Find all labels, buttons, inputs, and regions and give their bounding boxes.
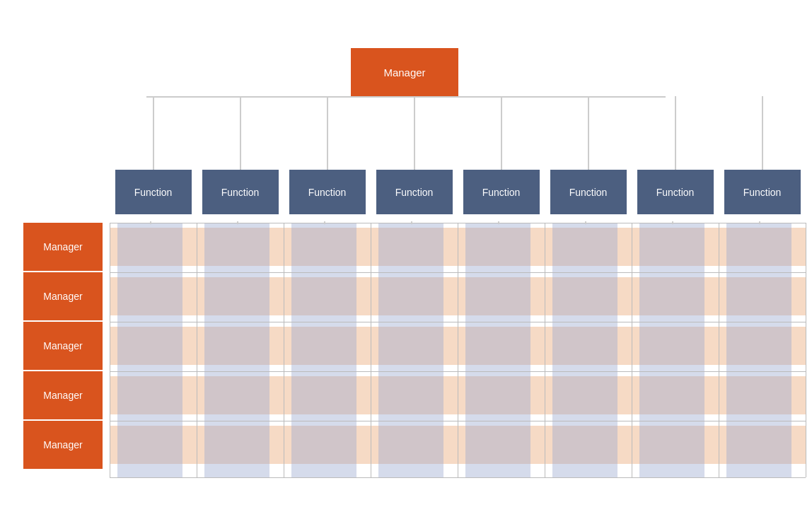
manager-label-1: Manager	[43, 241, 82, 252]
managers-column: Manager Manager Manager Manager Manager	[23, 223, 103, 470]
v-grid-6	[632, 223, 632, 477]
fn-connector-8	[759, 221, 760, 224]
fn-connector-1	[150, 221, 151, 224]
v-line-5	[501, 96, 502, 170]
fn-connector-2	[237, 221, 238, 224]
v-line-1	[153, 96, 154, 170]
function-col-7: Function	[632, 96, 719, 214]
v-stripe-4	[378, 223, 443, 477]
fn-connector-3	[324, 221, 325, 224]
function-box-8: Function	[724, 170, 801, 214]
manager-box-4: Manager	[23, 371, 103, 419]
v-line-2	[240, 96, 241, 170]
v-line-6	[588, 96, 589, 170]
v-grid-4	[458, 223, 458, 477]
fn-connector-7	[672, 221, 673, 224]
v-stripe-6	[552, 223, 617, 477]
function-col-4: Function	[371, 96, 458, 214]
function-label-8: Function	[743, 187, 782, 198]
v-stripe-2	[204, 223, 269, 477]
manager-box-5: Manager	[23, 421, 103, 469]
fn-connector-6	[585, 221, 586, 224]
function-label-7: Function	[656, 187, 695, 198]
function-box-7: Function	[637, 170, 714, 214]
h-grid-5	[110, 477, 806, 478]
function-box-6: Function	[550, 170, 627, 214]
v-stripe-7	[639, 223, 704, 477]
function-box-1: Function	[115, 170, 192, 214]
v-grid-2	[284, 223, 284, 477]
fn-connector-5	[498, 221, 499, 224]
function-col-6: Function	[545, 96, 632, 214]
manager-box-2: Manager	[23, 272, 103, 320]
function-box-3: Function	[289, 170, 366, 214]
v-stripe-1	[117, 223, 182, 477]
v-stripe-5	[465, 223, 530, 477]
function-label-5: Function	[482, 187, 521, 198]
function-label-2: Function	[221, 187, 260, 198]
function-col-5: Function	[458, 96, 545, 214]
top-manager-box: Manager	[351, 48, 458, 96]
v-grid-1	[197, 223, 197, 477]
v-grid-7	[719, 223, 719, 477]
v-line-3	[327, 96, 328, 170]
v-line-8	[762, 96, 763, 170]
manager-label-3: Manager	[43, 340, 82, 351]
v-line-4	[414, 96, 415, 170]
v-stripe-3	[291, 223, 356, 477]
function-col-8: Function	[719, 96, 806, 214]
manager-label-2: Manager	[43, 291, 82, 302]
top-manager-label: Manager	[383, 66, 425, 78]
v-grid-5	[545, 223, 545, 477]
manager-label-4: Manager	[43, 390, 82, 401]
function-label-3: Function	[308, 187, 347, 198]
function-box-4: Function	[376, 170, 453, 214]
functions-row: Function Function Function Function	[110, 96, 806, 214]
fn-connector-4	[411, 221, 412, 224]
function-label-6: Function	[569, 187, 608, 198]
function-box-2: Function	[202, 170, 279, 214]
manager-box-3: Manager	[23, 322, 103, 370]
v-grid-3	[371, 223, 371, 477]
v-grid-8	[806, 223, 806, 477]
v-grid-0	[110, 223, 110, 477]
manager-box-1: Manager	[23, 223, 103, 271]
function-label-1: Function	[134, 187, 173, 198]
diagram-container: Manager Function Function Function	[0, 0, 812, 512]
function-col-2: Function	[197, 96, 284, 214]
function-label-4: Function	[395, 187, 434, 198]
function-col-1: Function	[110, 96, 197, 214]
function-col-3: Function	[284, 96, 371, 214]
function-box-5: Function	[463, 170, 540, 214]
v-line-7	[675, 96, 676, 170]
v-stripe-8	[726, 223, 791, 477]
manager-label-5: Manager	[43, 439, 82, 450]
